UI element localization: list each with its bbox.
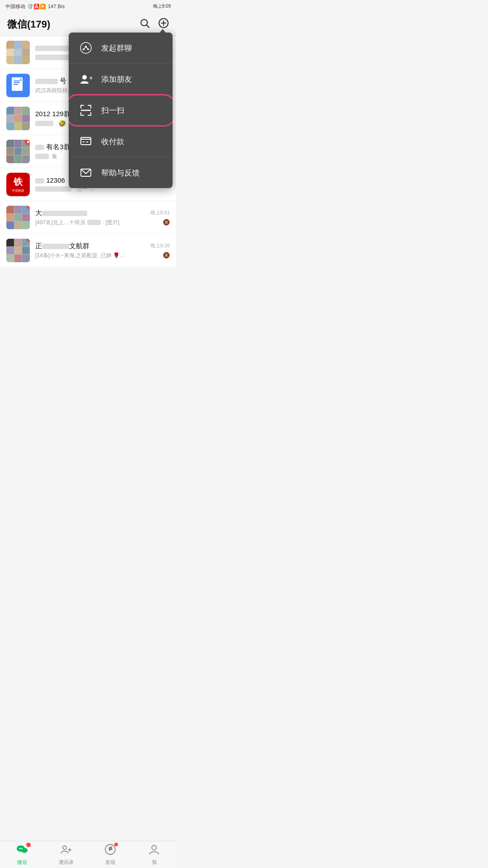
chat-preview: [497名]北上…十班员 : [图片] xyxy=(35,219,143,226)
menu-item-scan[interactable]: 扫一扫 xyxy=(69,95,173,126)
chat-item[interactable]: 大 [497名]北上…十班员 : [图片] 晚上8:51 🔕 xyxy=(0,201,176,234)
mute-icon: 🔕 xyxy=(163,252,170,259)
menu-item-label: 帮助与反馈 xyxy=(101,168,140,178)
svg-point-12 xyxy=(85,46,87,47)
chat-meta: 晚上8:51 🔕 xyxy=(143,209,170,226)
svg-rect-6 xyxy=(14,80,20,81)
chat-time: 晚上8:26 xyxy=(150,242,170,249)
chat-item[interactable]: 正文航群 [14条]小火~来海,之前配是. 已静 🌹... 晚上8:26 🔕 xyxy=(0,234,176,267)
chat-time: 晚上8:51 xyxy=(150,209,170,216)
badge xyxy=(27,206,30,209)
carrier-icons: 🛡️🅰️▶️ xyxy=(27,4,46,9)
status-bar: 中国移动 🛡️🅰️▶️ 147 B/s 晚上9:09 xyxy=(0,0,176,13)
dropdown-arrow xyxy=(159,29,166,33)
mute-icon: 🔕 xyxy=(163,219,170,226)
page-title: 微信(179) xyxy=(7,18,50,31)
chat-name: 正文航群 xyxy=(35,242,143,250)
payment-icon xyxy=(78,133,94,150)
badge xyxy=(27,239,30,242)
avatar: ● xyxy=(6,140,30,163)
time: 晚上9:09 xyxy=(153,3,171,9)
menu-item-label: 扫一扫 xyxy=(101,105,124,116)
svg-text:+: + xyxy=(89,75,92,81)
help-icon xyxy=(78,165,94,181)
status-left: 中国移动 🛡️🅰️▶️ 147 B/s xyxy=(5,3,65,10)
group-chat-icon xyxy=(78,40,94,56)
menu-item-group-chat[interactable]: 发起群聊 xyxy=(69,33,173,64)
avatar xyxy=(6,107,30,130)
svg-rect-8 xyxy=(14,84,18,85)
svg-point-10 xyxy=(83,48,84,50)
avatar xyxy=(6,74,30,97)
avatar: 5 铁 中国铁路 xyxy=(6,173,30,196)
avatar xyxy=(6,239,30,262)
chat-preview: [14条]小火~来海,之前配是. 已静 🌹... xyxy=(35,252,143,259)
chat-name: 大 xyxy=(35,209,143,217)
svg-line-1 xyxy=(147,25,150,28)
chat-content: 大 [497名]北上…十班员 : [图片] xyxy=(35,209,143,226)
menu-item-help[interactable]: 帮助与反馈 xyxy=(69,157,173,188)
avatar xyxy=(6,206,30,229)
chat-meta: 晚上8:26 🔕 xyxy=(143,242,170,259)
menu-item-add-friend[interactable]: + 添加朋友 xyxy=(69,64,173,95)
search-button[interactable] xyxy=(139,18,150,31)
svg-rect-7 xyxy=(14,82,20,83)
svg-point-11 xyxy=(87,48,89,50)
avatar xyxy=(6,41,30,64)
menu-item-label: 发起群聊 xyxy=(101,43,132,53)
menu-item-label: 添加朋友 xyxy=(101,74,132,85)
scan-icon xyxy=(78,102,94,118)
svg-point-9 xyxy=(80,42,91,53)
svg-point-13 xyxy=(82,75,87,80)
dropdown-menu: 发起群聊 + 添加朋友 扫一扫 xyxy=(69,33,173,188)
menu-item-label: 收付款 xyxy=(101,137,124,147)
status-right: 晚上9:09 xyxy=(153,3,171,9)
add-friend-icon: + xyxy=(78,71,94,87)
network-speed: 147 B/s xyxy=(48,4,65,9)
carrier: 中国移动 xyxy=(5,3,25,10)
svg-rect-16 xyxy=(81,137,91,145)
chat-content: 正文航群 [14条]小火~来海,之前配是. 已静 🌹... xyxy=(35,242,143,259)
menu-item-payment[interactable]: 收付款 xyxy=(69,126,173,157)
